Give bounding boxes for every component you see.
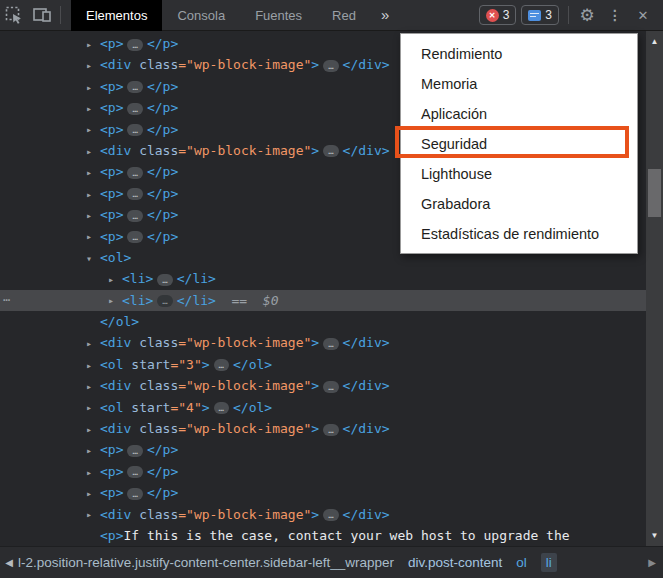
settings-gear-icon[interactable]: ⚙ xyxy=(573,0,601,30)
twisty-icon[interactable]: ▸ xyxy=(86,397,100,418)
twisty-icon[interactable]: ▾ xyxy=(86,248,100,269)
menu-item-seguridad[interactable]: Seguridad xyxy=(401,129,637,159)
twisty-icon[interactable]: ▸ xyxy=(86,226,100,247)
ellipsis-expand-button[interactable]: … xyxy=(157,274,172,286)
code-token: <div xyxy=(100,143,131,158)
device-toolbar-icon[interactable] xyxy=(28,0,56,30)
twisty-icon[interactable]: ▸ xyxy=(86,205,100,226)
tree-row[interactable]: </ol> xyxy=(0,311,646,332)
message-count: 3 xyxy=(545,8,552,22)
twisty-icon[interactable]: ▸ xyxy=(86,184,100,205)
tree-row[interactable]: ▸<div class="wp-block-image">…</div> xyxy=(0,418,646,439)
twisty-icon[interactable]: ▸ xyxy=(86,119,100,140)
ellipsis-expand-button[interactable]: … xyxy=(127,231,142,243)
ellipsis-expand-button[interactable]: … xyxy=(127,167,142,179)
code-token: ="wp-block-image" xyxy=(178,507,311,522)
breadcrumb-item-l-2-position-relative-justify-content-ce[interactable]: l-2.position-relative.justify-content-ce… xyxy=(18,555,394,570)
ellipsis-expand-button[interactable]: … xyxy=(323,60,338,72)
menu-item-rendimiento[interactable]: Rendimiento xyxy=(401,39,637,69)
twisty-icon[interactable]: ▸ xyxy=(86,333,100,354)
twisty-icon[interactable]: ▸ xyxy=(86,98,100,119)
menu-item-estadisticas-de-rendimiento[interactable]: Estadísticas de rendimiento xyxy=(401,219,637,249)
ellipsis-expand-button[interactable]: … xyxy=(127,210,142,222)
breadcrumb-item-div-post-content[interactable]: div.post-content xyxy=(408,555,502,570)
vertical-scrollbar[interactable]: ▲ ▼ xyxy=(646,31,663,546)
code-token: </p> xyxy=(147,164,178,179)
twisty-icon[interactable]: ▸ xyxy=(86,355,100,376)
code-token: <p> xyxy=(100,207,123,222)
error-badge[interactable]: ✕ 3 xyxy=(479,5,517,25)
close-devtools-icon[interactable]: ✕ xyxy=(629,0,657,30)
breadcrumb-back-icon[interactable]: ◀ xyxy=(0,557,18,568)
tab-elementos[interactable]: Elementos xyxy=(71,0,162,31)
code-token: <p> xyxy=(100,229,123,244)
tree-row[interactable]: ▸<li>…</li> xyxy=(0,268,646,289)
ellipsis-expand-button[interactable]: … xyxy=(323,509,338,521)
twisty-icon[interactable]: ▸ xyxy=(86,483,100,504)
twisty-icon[interactable]: ▸ xyxy=(86,77,100,98)
ellipsis-expand-button[interactable]: … xyxy=(127,124,142,136)
tree-row[interactable]: ▸<p>…</p> xyxy=(0,482,646,503)
more-tabs-button[interactable]: » xyxy=(371,0,398,30)
breadcrumb-item-li[interactable]: li xyxy=(541,553,557,572)
twisty-icon[interactable]: ▸ xyxy=(86,376,100,397)
scroll-up-icon[interactable]: ▲ xyxy=(646,37,663,46)
ellipsis-expand-button[interactable]: … xyxy=(127,39,142,51)
twisty-icon[interactable]: ▸ xyxy=(86,141,100,162)
ellipsis-expand-button[interactable]: … xyxy=(214,402,229,414)
twisty-icon[interactable]: ▸ xyxy=(86,462,100,483)
menu-item-aplicacion[interactable]: Aplicación xyxy=(401,99,637,129)
ellipsis-expand-button[interactable]: … xyxy=(214,359,229,371)
breadcrumb-bar: ◀ l-2.position-relative.justify-content-… xyxy=(0,546,663,578)
scroll-down-icon[interactable]: ▼ xyxy=(646,531,663,540)
code-token: class xyxy=(131,421,178,436)
twisty-icon[interactable]: ▸ xyxy=(108,269,122,290)
ellipsis-expand-button[interactable]: … xyxy=(157,295,172,307)
ellipsis-expand-button[interactable]: … xyxy=(127,488,142,500)
tab-consola[interactable]: Consola xyxy=(162,0,240,31)
tree-row[interactable]: ▸<div class="wp-block-image">…</div> xyxy=(0,375,646,396)
scrollbar-thumb[interactable] xyxy=(648,169,661,217)
tree-row[interactable]: ▸<div class="wp-block-image">…</div> xyxy=(0,504,646,525)
code-token: > xyxy=(202,400,210,415)
ellipsis-expand-button[interactable]: … xyxy=(323,338,338,350)
ellipsis-expand-button[interactable]: … xyxy=(323,381,338,393)
kebab-menu-icon[interactable]: ⋮ xyxy=(601,0,629,30)
tab-fuentes[interactable]: Fuentes xyxy=(240,0,317,31)
tree-row[interactable]: ▸<ol start="4">…</ol> xyxy=(0,397,646,418)
code-token: ="3" xyxy=(170,357,201,372)
twisty-icon[interactable]: ▸ xyxy=(86,55,100,76)
breadcrumb-item-ol[interactable]: ol xyxy=(516,555,527,570)
ellipsis-expand-button[interactable]: … xyxy=(127,445,142,457)
code-token: <div xyxy=(100,335,131,350)
tree-row[interactable]: ▸<div class="wp-block-image">…</div> xyxy=(0,332,646,353)
tab-red[interactable]: Red xyxy=(317,0,371,31)
ellipsis-expand-button[interactable]: … xyxy=(323,424,338,436)
ellipsis-expand-button[interactable]: … xyxy=(127,188,142,200)
twisty-icon[interactable]: ▸ xyxy=(86,162,100,183)
twisty-icon[interactable]: ▸ xyxy=(86,34,100,55)
twisty-icon[interactable]: ▸ xyxy=(86,504,100,525)
code-token: <p> xyxy=(100,442,123,457)
tree-row[interactable]: ▸<ol start="3">…</ol> xyxy=(0,354,646,375)
tree-row-selected[interactable]: ⋯▸<li>…</li> == $0 xyxy=(0,290,646,311)
twisty-icon[interactable]: ▸ xyxy=(86,440,100,461)
twisty-icon[interactable]: ▸ xyxy=(86,419,100,440)
code-token: </p> xyxy=(147,229,178,244)
ellipsis-expand-button[interactable]: … xyxy=(127,81,142,93)
tree-row[interactable]: ▸<p>…</p> xyxy=(0,439,646,460)
ellipsis-expand-button[interactable]: … xyxy=(127,103,142,115)
toolbar-right-section: ✕ 3 3 ⚙ ⋮ ✕ xyxy=(479,0,663,30)
twisty-icon[interactable]: ▸ xyxy=(108,290,122,311)
breadcrumb-forward-icon[interactable]: ▶ xyxy=(643,557,661,568)
message-badge[interactable]: 3 xyxy=(521,5,559,25)
menu-item-lighthouse[interactable]: Lighthouse xyxy=(401,159,637,189)
inspect-element-icon[interactable] xyxy=(0,0,28,30)
menu-item-grabadora[interactable]: Grabadora xyxy=(401,189,637,219)
ellipsis-expand-button[interactable]: … xyxy=(127,466,142,478)
ellipsis-expand-button[interactable]: … xyxy=(323,145,338,157)
tree-row[interactable]: <p>If this is the case, contact your web… xyxy=(0,525,646,546)
tree-row[interactable]: ▸<p>…</p> xyxy=(0,461,646,482)
menu-item-memoria[interactable]: Memoria xyxy=(401,69,637,99)
code-token: <ol> xyxy=(100,250,131,265)
